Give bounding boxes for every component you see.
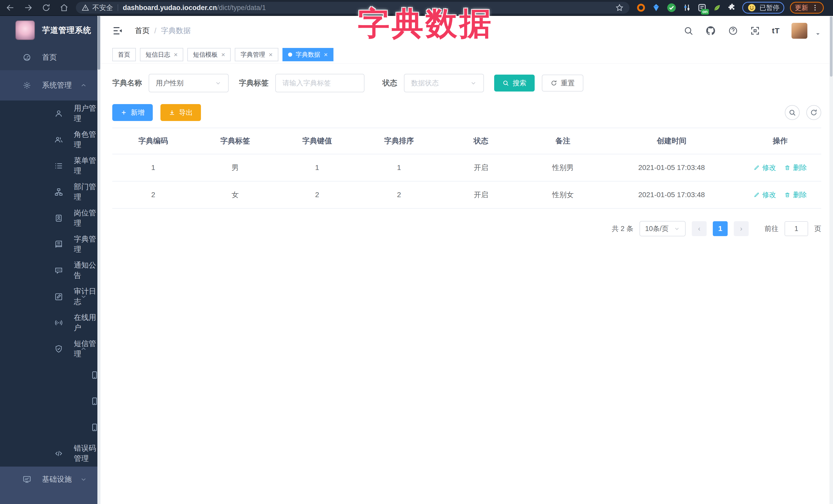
chevron-down-icon bbox=[674, 225, 680, 232]
table-header-row: 字典编码字典标签字典键值字典排序状态备注创建时间操作 bbox=[112, 128, 821, 154]
chrome-update-pill[interactable]: 更新 bbox=[790, 2, 824, 14]
search-button[interactable]: 搜索 bbox=[494, 75, 535, 92]
collapse-sidebar-icon[interactable] bbox=[112, 25, 123, 36]
page-scrollbar[interactable] bbox=[829, 16, 833, 504]
chevron-down-icon[interactable] bbox=[814, 31, 821, 38]
extension-puzzle-icon[interactable] bbox=[728, 3, 737, 12]
export-button[interactable]: 导出 bbox=[161, 104, 201, 121]
sidebar-item-phone[interactable]: 短信渠道 bbox=[0, 362, 100, 388]
avatar[interactable] bbox=[791, 23, 807, 39]
chevron-up-icon bbox=[80, 345, 87, 353]
extension-on-icon[interactable]: on bbox=[697, 3, 707, 13]
sidebar-item-list[interactable]: 菜单管理 bbox=[0, 153, 100, 179]
tree-icon bbox=[54, 188, 63, 196]
fullscreen-icon[interactable] bbox=[750, 26, 760, 36]
breadcrumb-home[interactable]: 首页 bbox=[135, 26, 150, 36]
column-header: 备注 bbox=[522, 128, 604, 154]
tab-0[interactable]: 首页 bbox=[112, 48, 136, 61]
prev-page-button[interactable]: ‹ bbox=[692, 221, 707, 236]
sidebar-item-phone[interactable]: 短信模板 bbox=[0, 388, 100, 414]
warning-icon bbox=[81, 4, 89, 11]
sidebar-item-online[interactable]: 在线用户 bbox=[0, 310, 100, 336]
chevron-down-icon bbox=[80, 293, 87, 300]
tab-close-icon[interactable]: × bbox=[269, 51, 272, 58]
tab-2[interactable]: 短信模板× bbox=[187, 48, 231, 61]
add-button[interactable]: 新增 bbox=[112, 104, 153, 121]
status-select[interactable]: 数据状态 bbox=[404, 74, 484, 92]
font-size-icon[interactable]: tT bbox=[772, 26, 780, 35]
sidebar-item-badge[interactable]: 岗位管理 bbox=[0, 205, 100, 231]
column-header: 字典编码 bbox=[112, 128, 194, 154]
github-icon[interactable] bbox=[705, 25, 716, 36]
book-icon bbox=[54, 240, 63, 249]
page-size-select[interactable]: 10条/页 bbox=[640, 221, 686, 236]
tab-1[interactable]: 短信日志× bbox=[140, 48, 183, 61]
column-header: 操作 bbox=[739, 128, 821, 154]
sidebar-item-user[interactable]: 用户管理 bbox=[0, 100, 100, 127]
dict-label-input[interactable]: 请输入字典标签 bbox=[275, 74, 364, 92]
home-icon bbox=[23, 53, 31, 62]
trash-icon bbox=[784, 165, 790, 171]
tab-3[interactable]: 字典管理× bbox=[235, 48, 278, 61]
refresh-table-button[interactable] bbox=[806, 105, 821, 120]
address-bar[interactable]: 不安全 dashboard.yudao.iocoder.cn/dict/type… bbox=[76, 2, 629, 14]
extension-on-badge: on bbox=[701, 9, 709, 15]
dict-name-select[interactable]: 用户性别 bbox=[149, 74, 229, 92]
forward-icon[interactable] bbox=[24, 3, 33, 12]
delete-link[interactable]: 删除 bbox=[784, 163, 807, 172]
sidebar-item-book[interactable]: 字典管理 bbox=[0, 231, 100, 257]
home-icon[interactable] bbox=[60, 3, 69, 12]
column-header: 字典键值 bbox=[276, 128, 358, 154]
sidebar-item-shield[interactable]: 短信管理 bbox=[0, 336, 100, 362]
help-icon[interactable] bbox=[728, 26, 738, 36]
table-cell: 开启 bbox=[440, 154, 522, 181]
reset-button[interactable]: 重置 bbox=[542, 75, 584, 92]
tab-close-icon[interactable]: × bbox=[324, 51, 328, 58]
breadcrumb: 首页 / 字典数据 bbox=[135, 26, 191, 36]
extension-check-icon[interactable] bbox=[666, 3, 677, 13]
extension-leaf-icon[interactable] bbox=[713, 3, 722, 12]
search-icon bbox=[502, 80, 509, 87]
chevron-up-icon bbox=[80, 82, 87, 89]
extension-gem-icon[interactable] bbox=[651, 3, 661, 12]
monitor-icon bbox=[23, 475, 31, 484]
breadcrumb-separator: / bbox=[154, 27, 156, 35]
goto-page-input[interactable]: 1 bbox=[785, 221, 808, 236]
reload-icon[interactable] bbox=[42, 3, 51, 12]
breadcrumb-current: 字典数据 bbox=[161, 26, 191, 36]
edit-link[interactable]: 修改 bbox=[754, 163, 776, 172]
sidebar-item-users[interactable]: 角色管理 bbox=[0, 127, 100, 153]
sidebar-item-audit[interactable]: 审计日志 bbox=[0, 284, 100, 310]
sidebar-logo-row[interactable]: 芋道管理系统 bbox=[0, 16, 100, 45]
search-icon[interactable] bbox=[683, 26, 694, 36]
sidebar-item-code[interactable]: 错误码管理 bbox=[0, 440, 100, 466]
tab-close-icon[interactable]: × bbox=[174, 51, 177, 58]
security-label: 不安全 bbox=[92, 3, 113, 12]
table-cell: 2 bbox=[358, 181, 440, 209]
dict-data-table: 字典编码字典标签字典键值字典排序状态备注创建时间操作 1男11开启性别男2021… bbox=[112, 128, 821, 209]
extension-ring-icon[interactable] bbox=[636, 3, 646, 13]
tab-close-icon[interactable]: × bbox=[221, 51, 225, 58]
sidebar-item-bubble[interactable]: 通知公告 bbox=[0, 257, 100, 284]
actions-cell: 修改 删除 bbox=[739, 154, 821, 181]
sidebar-item-home[interactable]: 首页 bbox=[0, 45, 100, 70]
kebab-menu-icon[interactable] bbox=[811, 4, 819, 11]
sidebar-item-monitor[interactable]: 基础设施 bbox=[0, 466, 100, 492]
edit-link[interactable]: 修改 bbox=[754, 190, 776, 199]
page-1-button[interactable]: 1 bbox=[713, 221, 728, 236]
tab-4[interactable]: 字典数据× bbox=[282, 48, 333, 61]
sidebar-item-tree[interactable]: 部门管理 bbox=[0, 179, 100, 205]
next-page-button[interactable]: › bbox=[734, 221, 749, 236]
divider bbox=[118, 4, 118, 11]
extension-sliders-icon[interactable] bbox=[682, 3, 691, 12]
profile-paused-pill[interactable]: 已暂停 bbox=[742, 2, 784, 14]
back-icon[interactable] bbox=[6, 3, 15, 12]
column-header: 字典标签 bbox=[194, 128, 276, 154]
bookmark-star-icon[interactable] bbox=[615, 3, 624, 12]
delete-link[interactable]: 删除 bbox=[784, 190, 807, 199]
sidebar-item-phone[interactable]: 短信日志 bbox=[0, 414, 100, 440]
sidebar-scrollbar[interactable] bbox=[97, 16, 100, 504]
toggle-search-button[interactable] bbox=[785, 105, 800, 120]
table-cell: 2021-01-05 17:03:48 bbox=[604, 154, 739, 181]
sidebar-item-gear[interactable]: 系统管理 bbox=[0, 70, 100, 100]
